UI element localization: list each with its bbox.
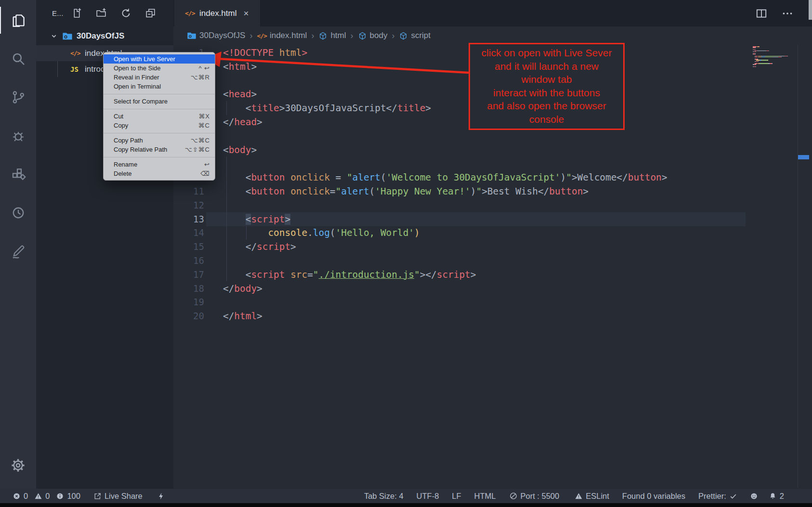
status-prettier[interactable]: Prettier:	[698, 492, 737, 501]
status-tab-size[interactable]: Tab Size: 4	[364, 492, 404, 501]
activity-explorer[interactable]	[0, 7, 36, 34]
menu-item-open-in-terminal[interactable]: Open in Terminal	[104, 82, 215, 91]
activity-source-control[interactable]	[0, 84, 36, 111]
more-actions-button[interactable]	[781, 7, 794, 20]
status-language-mode[interactable]: HTML	[474, 492, 496, 501]
close-icon[interactable]: ×	[243, 9, 249, 18]
menu-item-copy[interactable]: Copy⌘C	[104, 121, 215, 130]
extensions-icon	[10, 166, 26, 182]
line-number: 12	[176, 198, 204, 212]
breadcrumb-label: html	[330, 31, 346, 40]
split-editor-button[interactable]	[755, 7, 768, 20]
breadcrumb-item-30DaysOfJS[interactable]: 30DaysOfJS	[187, 31, 245, 40]
status-live-share[interactable]: Live Share	[93, 492, 143, 501]
status-label: LF	[452, 492, 461, 501]
status-encoding[interactable]: UTF-8	[417, 492, 439, 501]
annotation-text: console	[471, 113, 622, 126]
menu-separator	[104, 109, 215, 109]
code-line-17: <script src="./introduction.js"></script…	[223, 268, 476, 282]
status-live-server-port[interactable]: Port : 5500	[509, 492, 560, 501]
breadcrumb-item-index.html[interactable]: </>index.html	[257, 31, 307, 40]
folder-row-30daysofjs[interactable]: 30DaysOfJS	[36, 28, 173, 44]
menu-item-shortcut: ⌥⇧⌘C	[185, 146, 210, 153]
breadcrumb-separator: ›	[249, 31, 252, 41]
status-problems-info[interactable]: 100	[56, 492, 80, 501]
breadcrumb-separator: ›	[392, 31, 394, 41]
code-line-11: <button onclick="alert('Happy New Year!'…	[223, 184, 589, 198]
ellipsis-icon	[781, 7, 794, 20]
folder-icon	[62, 31, 73, 41]
menu-separator	[104, 94, 215, 94]
status-problems-errors[interactable]: 0	[13, 492, 28, 501]
collapse-icon	[144, 7, 157, 19]
menu-item-label: Open to the Side	[114, 65, 161, 72]
tab-label: index.html	[199, 9, 236, 18]
status-label: HTML	[474, 492, 496, 501]
breadcrumb-item-body[interactable]: body	[358, 31, 388, 40]
status-label: UTF-8	[417, 492, 439, 501]
new-file-button[interactable]	[71, 7, 83, 19]
new-folder-icon	[95, 7, 107, 19]
activity-history[interactable]	[0, 199, 36, 226]
menu-item-cut[interactable]: Cut⌘X	[104, 112, 215, 121]
menu-item-reveal-in-finder[interactable]: Reveal in Finder⌥⌘R	[104, 73, 215, 82]
menu-item-copy-path[interactable]: Copy Path⌥⌘C	[104, 136, 215, 145]
menu-item-label: Open with Live Server	[114, 55, 175, 63]
new-folder-button[interactable]	[95, 7, 107, 19]
status-label: Live Share	[105, 492, 143, 501]
breadcrumb-item-html[interactable]: html	[318, 31, 346, 40]
minimap[interactable]	[753, 46, 797, 67]
collapse-folders-button[interactable]	[144, 7, 157, 19]
menu-item-open-with-live-server[interactable]: Open with Live Server	[104, 54, 215, 64]
status-end-of-line[interactable]: LF	[452, 492, 461, 501]
chevron-down-icon	[50, 32, 58, 40]
lightning-icon	[157, 492, 165, 500]
status-notifications[interactable]: 2	[769, 492, 784, 501]
status-bar-right: Tab Size: 4UTF-8LFHTMLPort : 5500ESLintF…	[364, 489, 784, 503]
menu-item-select-for-compare[interactable]: Select for Compare	[104, 97, 215, 106]
menu-item-rename[interactable]: Rename↩	[104, 160, 215, 169]
settings-gear-button[interactable]	[0, 454, 36, 477]
status-eslint[interactable]: ESLint	[575, 492, 609, 501]
line-number: 18	[176, 282, 204, 296]
status-bar: 00100Live Share Tab Size: 4UTF-8LFHTMLPo…	[0, 489, 812, 503]
menu-item-shortcut: ⌥⌘C	[191, 137, 210, 144]
refresh-explorer-button[interactable]	[120, 7, 132, 19]
files-icon	[11, 12, 27, 28]
menu-item-label: Reveal in Finder	[114, 74, 159, 81]
status-problems-warnings[interactable]: 0	[34, 492, 50, 501]
activity-search[interactable]	[0, 45, 36, 72]
symbol-cube-icon	[318, 31, 327, 40]
menu-item-label: Cut	[114, 113, 123, 120]
breadcrumb-label: index.html	[270, 31, 307, 40]
annotation-text: and it will launch a new	[471, 60, 622, 73]
code-line-6: </head>	[223, 115, 262, 129]
history-icon	[10, 205, 26, 221]
code-line-18: </body>	[223, 282, 262, 296]
menu-item-open-to-the-side[interactable]: Open to the Side^ ↩	[104, 64, 215, 73]
breadcrumb-separator: ›	[311, 31, 314, 41]
status-feedback-smiley[interactable]	[750, 492, 758, 500]
overview-ruler-marker	[798, 155, 809, 159]
split-icon	[755, 7, 768, 20]
status-lightning[interactable]	[157, 492, 165, 500]
menu-item-copy-relative-path[interactable]: Copy Relative Path⌥⇧⌘C	[104, 145, 215, 154]
status-label: 0	[24, 492, 28, 501]
status-label: 0	[45, 492, 50, 501]
minimap-divider	[798, 45, 798, 488]
debug-icon	[10, 128, 26, 144]
status-label: Found 0 variables	[622, 492, 685, 501]
activity-extensions[interactable]	[0, 161, 36, 188]
tab-index-html[interactable]: </> index.html ×	[174, 0, 260, 26]
search-icon	[10, 51, 26, 67]
breadcrumb-item-script[interactable]: script	[399, 31, 431, 40]
scrollbar-thumb[interactable]	[809, 0, 812, 20]
annotation-text: interact with the buttons	[471, 86, 622, 100]
activity-feedback-pen[interactable]	[0, 238, 36, 265]
line-number: 13	[176, 212, 204, 226]
menu-item-delete[interactable]: Delete⌫	[104, 169, 215, 178]
activity-run-debug[interactable]	[0, 122, 36, 149]
code-line-5: <title>30DaysOfJavaScript</title>	[223, 101, 431, 115]
sidebar-title: E...	[52, 9, 64, 17]
status-variables-found[interactable]: Found 0 variables	[622, 492, 685, 501]
